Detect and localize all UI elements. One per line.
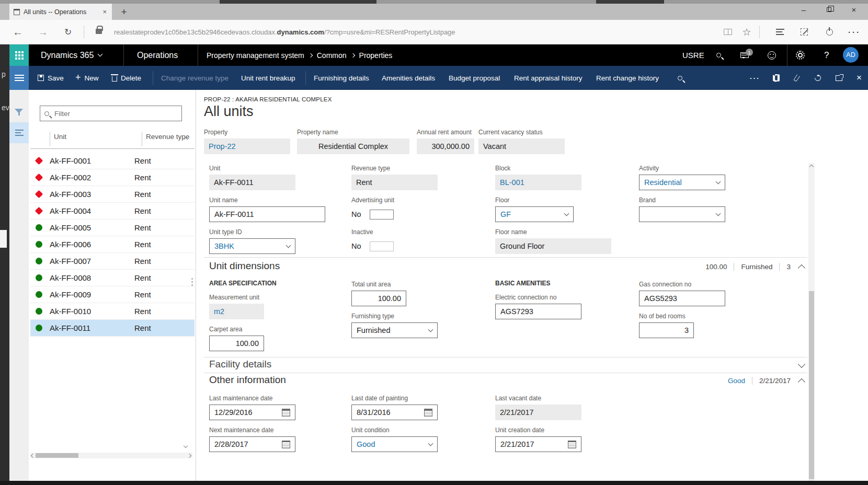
list-item[interactable]: Ak-FF-0003 Rent (30, 186, 195, 203)
settings-button[interactable] (798, 44, 803, 66)
tab-close-icon[interactable]: × (101, 8, 108, 16)
next-maintenance-date-input[interactable]: 2/28/2017 (209, 436, 295, 452)
last-date-of-painting-input[interactable]: 8/31/2016 (351, 405, 438, 420)
unit-type-id-select[interactable]: 3BHK (209, 238, 295, 254)
breadcrumb-module[interactable]: Property management system (207, 51, 304, 60)
open-in-new-window-button[interactable] (836, 66, 842, 90)
list-item[interactable]: Ak-FF-0006 Rent (30, 236, 195, 253)
collapse-section-icon[interactable] (798, 378, 805, 386)
block-value[interactable]: BL-001 (495, 175, 581, 190)
restore-button[interactable] (817, 0, 841, 19)
close-page-button[interactable]: × (856, 66, 862, 90)
list-item[interactable]: Ak-FF-0011 Rent (30, 320, 195, 337)
forward-button[interactable]: → (33, 20, 52, 44)
address-bar[interactable]: realestateprodev1c05be13c5b2946cedevaos.… (114, 20, 455, 44)
company-picker[interactable]: USRE (682, 44, 704, 66)
attachments-button[interactable] (795, 66, 798, 90)
share-button[interactable] (820, 20, 839, 44)
browser-more-button[interactable]: ··· (845, 20, 864, 44)
breadcrumb-area[interactable]: Common (317, 51, 347, 60)
messages-button[interactable]: 1 (740, 44, 749, 66)
scrollbar-thumb[interactable] (36, 453, 78, 458)
unit-rent-breakup-button[interactable]: Unit rent breakup (241, 66, 295, 90)
carpet-area-input[interactable]: 100.00 (209, 336, 264, 351)
filter-input[interactable] (53, 109, 177, 118)
no-of-bed-rooms-input[interactable]: 3 (639, 322, 694, 338)
total-unit-area-input[interactable]: 100.00 (351, 291, 406, 306)
unit-creation-date-input[interactable]: 2/21/2017 (495, 436, 581, 452)
actionbar-search-button[interactable] (678, 66, 682, 90)
hub-button[interactable] (771, 20, 790, 44)
unit-name-input[interactable]: Ak-FF-0011 (209, 206, 325, 222)
unit-dimensions-header[interactable]: Unit dimensions (209, 260, 280, 272)
web-note-button[interactable] (795, 20, 814, 44)
list-item[interactable]: Ak-FF-0001 Rent (30, 153, 195, 169)
browser-tab[interactable]: All units -- Operations × (9, 4, 112, 20)
measurement-unit-value[interactable]: m2 (209, 304, 264, 319)
breadcrumb-page[interactable]: Properties (359, 51, 393, 60)
filter-box[interactable] (40, 106, 182, 121)
calendar-icon[interactable] (282, 409, 290, 417)
drag-handle-icon[interactable] (191, 278, 193, 280)
furnishing-type-select[interactable]: Furnished (351, 322, 438, 338)
activity-select[interactable]: Residential (639, 175, 725, 190)
minimize-button[interactable]: – (792, 0, 816, 19)
budget-proposal-button[interactable]: Budget proposal (449, 66, 500, 90)
furnishing-details-button[interactable]: Furnishing details (314, 66, 369, 90)
amenities-details-button[interactable]: Amenities details (382, 66, 435, 90)
product-menu[interactable]: Dynamics 365 (41, 44, 102, 66)
nav-menu-button[interactable] (9, 66, 29, 90)
scroll-up-icon[interactable] (809, 165, 814, 169)
form-scrollbar[interactable] (808, 163, 815, 481)
help-button[interactable]: ? (824, 44, 829, 66)
close-window-button[interactable]: × (842, 0, 866, 19)
unit-condition-select[interactable]: Good (351, 436, 438, 452)
facility-details-header[interactable]: Facility details (209, 359, 271, 370)
list-item[interactable]: Ak-FF-0008 Rent (30, 270, 195, 286)
reading-mode-button[interactable] (718, 20, 737, 44)
last-maintenance-date-input[interactable]: 12/29/2016 (209, 405, 295, 420)
list-item[interactable]: Ak-FF-0009 Rent (30, 286, 195, 303)
new-button[interactable]: + New (75, 66, 99, 90)
actionbar-more-button[interactable]: ··· (750, 66, 760, 90)
gas-connection-no-input[interactable]: AGS5293 (639, 291, 725, 306)
calendar-icon[interactable] (424, 409, 432, 417)
scrollbar-thumb[interactable] (809, 291, 814, 479)
rent-appraisal-history-button[interactable]: Rent appraisal history (514, 66, 583, 90)
avatar[interactable]: AD (843, 47, 859, 63)
delete-button[interactable]: Delete (112, 66, 141, 90)
refresh-button[interactable]: ↻ (59, 20, 77, 44)
office-button[interactable] (773, 66, 780, 90)
calendar-icon[interactable] (568, 441, 576, 448)
scroll-left-icon[interactable] (31, 454, 35, 458)
feedback-button[interactable] (768, 44, 776, 66)
refresh-page-button[interactable] (815, 66, 821, 90)
filter-icon[interactable] (15, 109, 23, 113)
floor-select[interactable]: GF (495, 206, 574, 222)
scroll-right-icon[interactable] (187, 454, 191, 458)
calendar-icon[interactable] (282, 441, 290, 448)
other-information-header[interactable]: Other information (209, 374, 286, 386)
list-item[interactable]: Ak-FF-0005 Rent (30, 220, 195, 236)
list-item[interactable]: Ak-FF-0002 Rent (30, 169, 195, 186)
column-header-unit[interactable]: Unit (54, 133, 66, 141)
collapse-section-icon[interactable] (798, 264, 805, 272)
new-tab-button[interactable]: + (116, 4, 132, 20)
list-item[interactable]: Ak-FF-0004 Rent (30, 203, 195, 220)
horizontal-scrollbar[interactable] (30, 453, 192, 458)
back-button[interactable]: ← (8, 20, 27, 44)
electric-connection-no-input[interactable]: AGS7293 (495, 304, 581, 319)
list-item[interactable]: Ak-FF-0010 Rent (30, 303, 195, 320)
list-view-button[interactable] (9, 122, 29, 143)
app-launcher-button[interactable] (9, 44, 29, 66)
list-item[interactable]: Ak-FF-0007 Rent (30, 253, 195, 270)
scroll-down-icon[interactable] (184, 444, 188, 448)
advertising-unit-toggle[interactable] (370, 210, 394, 220)
search-button[interactable] (716, 44, 721, 66)
save-button[interactable]: Save (38, 66, 64, 90)
rent-change-history-button[interactable]: Rent change history (596, 66, 659, 90)
property-value[interactable]: Prop-22 (204, 138, 290, 154)
favorites-button[interactable]: ☆ (737, 20, 756, 44)
expand-section-icon[interactable] (798, 361, 805, 368)
brand-select[interactable] (639, 206, 725, 222)
